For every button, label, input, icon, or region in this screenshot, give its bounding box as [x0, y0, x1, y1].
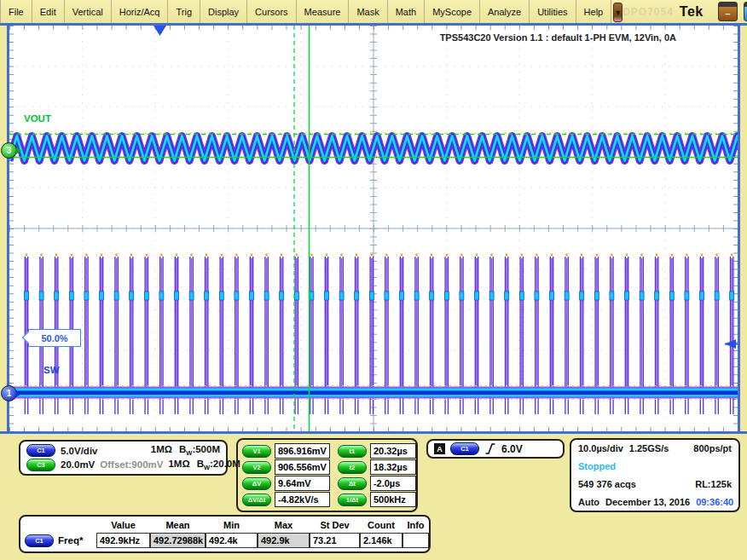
sw-high-level-cap [550, 292, 554, 300]
sw-high-level-cap [159, 292, 164, 300]
acquisition-readout-box: 10.0µs/div 1.25GS/s 800ps/pt Stopped 549… [570, 438, 740, 512]
channel1-coupling: 1MΩ BW:500M [151, 444, 220, 457]
sw-overshoot-dot [326, 254, 328, 257]
channel3-impedance: 1MΩ [168, 459, 189, 471]
cursor-pill-1: V2 [242, 461, 271, 474]
sw-high-level-cap [189, 292, 194, 300]
menu-item-edit[interactable]: Edit [32, 0, 65, 23]
meas-header-mean: Mean [150, 518, 206, 533]
sw-overshoot-dot [101, 254, 103, 257]
cursor-pill-3: 1/Δt [338, 494, 367, 506]
meas-header-max: Max [258, 518, 310, 533]
sw-overshoot-dot [190, 254, 193, 257]
menu-overflow-button[interactable]: ▼ [613, 3, 622, 22]
trigger-bank-badge: A [434, 443, 445, 454]
acq-status-row: Stopped [578, 461, 732, 471]
trigger-source-pill: C1 [450, 442, 479, 455]
timebase-scale: 10.0µs/div [578, 443, 623, 453]
duty-cycle-tag[interactable]: 50.0% [28, 329, 81, 347]
cursor-value-v-1: 906.556mV [275, 459, 330, 475]
sw-overshoot-dot [640, 254, 643, 257]
channel1-bandwidth: BW:500M [179, 444, 220, 457]
trigger-level-value: 6.0V [501, 443, 523, 455]
meas-header-count: Count [360, 518, 402, 533]
sample-rate: 1.25GS/s [629, 443, 669, 453]
menu-item-myscope[interactable]: MyScope [425, 0, 480, 23]
sample-resolution: 800ps/pt [693, 443, 732, 453]
chevron-down-icon: ▼ [614, 9, 622, 17]
menu-bar: FileEditVerticalHoriz/AcqTrigDisplayCurs… [0, 0, 747, 23]
cursor-row-v-1: V2906.556mV [242, 459, 330, 475]
sw-overshoot-dot [40, 254, 43, 257]
sw-high-level-cap [219, 292, 223, 300]
meas-source-pill: C1 [25, 534, 54, 547]
channel3-pill: C3 [26, 459, 55, 471]
sw-overshoot-dot [385, 254, 388, 257]
trigger-position-marker[interactable] [153, 26, 166, 36]
scope-canvas [9, 26, 738, 431]
sw-high-level-cap [235, 292, 239, 300]
sw-high-level-cap [460, 292, 464, 300]
waveform-display[interactable]: TPS543C20 Version 1.1 : default 1-PH EVM… [7, 23, 740, 434]
sw-baseline-core [9, 391, 738, 395]
cursor-value-t-3: 500kHz [370, 492, 416, 507]
sw-overshoot-dot [401, 254, 403, 257]
sw-high-level-cap [175, 292, 179, 300]
channel3-scale: 20.0mV [61, 459, 95, 470]
channel3-offset: Offset:900mV [100, 459, 163, 470]
menu-item-help[interactable]: Help [576, 0, 612, 23]
menu-item-analyze[interactable]: Analyze [480, 0, 530, 23]
meas-cell-6 [402, 533, 429, 548]
close-button[interactable]: X [744, 2, 747, 21]
menu-item-cursors[interactable]: Cursors [247, 0, 297, 23]
menu-item-trig[interactable]: Trig [168, 0, 200, 23]
acq-time: 09:36:40 [696, 497, 733, 507]
menu-item-measure[interactable]: Measure [297, 0, 350, 23]
cursor-row-t-2: Δt-2.0µs [338, 476, 416, 491]
sw-high-level-cap [310, 292, 314, 300]
menu-item-utilities[interactable]: Utilities [530, 0, 576, 23]
sw-overshoot-dot [115, 254, 118, 257]
channel-readout-box: C1 5.0V/div 1MΩ BW:500M C3 20.0mV Offset… [19, 440, 228, 476]
meas-row-label: C1Freq* [25, 534, 96, 547]
sw-high-level-cap [475, 292, 479, 300]
channel1-position-marker[interactable]: 1 [1, 385, 17, 401]
cursor-readout-box: V1896.916mVV2906.556mVΔV9.64mVΔV/Δt-4.82… [236, 438, 418, 512]
sw-high-level-cap [594, 292, 599, 300]
cursor-value-v-3: -4.82kV/s [275, 492, 330, 507]
menu-item-vertical[interactable]: Vertical [65, 0, 112, 23]
menu-item-mask[interactable]: Mask [349, 0, 387, 23]
cursor-pill-2: Δt [338, 477, 367, 490]
sw-overshoot-dot [130, 254, 133, 257]
channel3-position-marker[interactable]: 3 [1, 142, 17, 159]
trigger-readout-box[interactable]: A C1 6.0V [426, 439, 565, 459]
sw-high-level-cap [385, 292, 389, 300]
sw-high-level-cap [325, 292, 329, 300]
acq-count: 549 376 acqs [578, 479, 636, 489]
sw-high-level-cap [625, 292, 629, 300]
sw-high-level-cap [715, 292, 719, 300]
meas-cell-4: 73.21 [310, 533, 360, 548]
channel1-readout-row[interactable]: C1 5.0V/div 1MΩ BW:500M [26, 444, 220, 457]
cursor-row-v-0: V1896.916mV [242, 443, 330, 459]
menu-item-math[interactable]: Math [388, 0, 425, 23]
sw-high-level-cap [535, 292, 539, 300]
sw-high-level-cap [205, 292, 209, 300]
sw-high-level-cap [130, 292, 134, 300]
channel1-pill: C1 [26, 444, 55, 457]
menu-item-display[interactable]: Display [200, 0, 247, 23]
sw-overshoot-dot [460, 254, 463, 257]
sw-high-level-cap [444, 292, 449, 300]
sw-overshoot-dot [206, 254, 208, 257]
sw-overshoot-dot [340, 254, 343, 257]
sw-high-level-cap [264, 292, 269, 300]
minimize-button[interactable]: – [718, 2, 738, 21]
channel3-readout-row[interactable]: C3 20.0mV Offset:900mV 1MΩ BW:20.0M [26, 459, 220, 471]
menu-item-file[interactable]: File [0, 0, 32, 23]
menu-item-horizacq[interactable]: Horiz/Acq [112, 0, 169, 23]
sw-high-level-cap [685, 292, 689, 300]
channel1-scale: 5.0V/div [61, 446, 97, 456]
cursor-time-column: t120.32µst218.32µsΔt-2.0µs1/Δt500kHz [338, 443, 416, 507]
menubar-right: DPO7054 Tek – X [622, 0, 747, 23]
sw-overshoot-dot [370, 254, 373, 257]
